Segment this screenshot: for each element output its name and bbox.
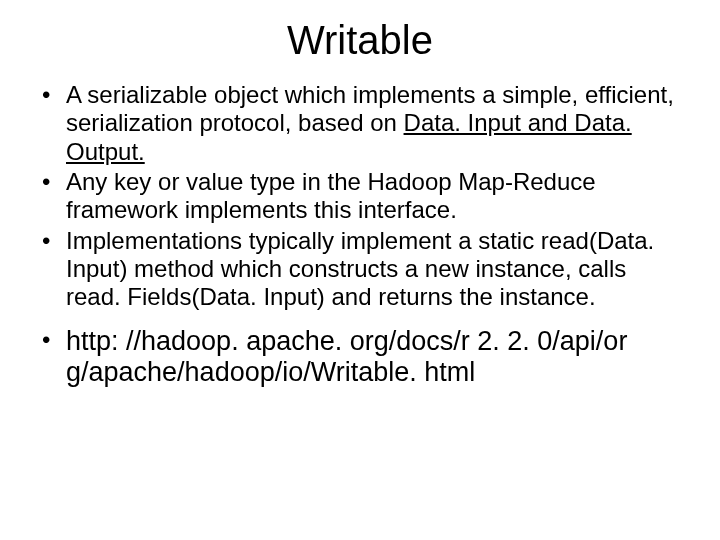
bullet-text: Any key or value type in the Hadoop Map-… xyxy=(66,168,596,223)
bullet-list-secondary: http: //hadoop. apache. org/docs/r 2. 2.… xyxy=(36,326,684,390)
slide: Writable A serializable object which imp… xyxy=(0,0,720,540)
list-item: http: //hadoop. apache. org/docs/r 2. 2.… xyxy=(36,326,676,390)
bullet-text: http: //hadoop. apache. org/docs/r 2. 2.… xyxy=(66,326,627,388)
slide-title: Writable xyxy=(36,18,684,63)
list-item: A serializable object which implements a… xyxy=(36,81,676,166)
bullet-list-primary: A serializable object which implements a… xyxy=(36,81,684,312)
list-item: Any key or value type in the Hadoop Map-… xyxy=(36,168,676,225)
list-item: Implementations typically implement a st… xyxy=(36,227,676,312)
bullet-text: Implementations typically implement a st… xyxy=(66,227,654,311)
